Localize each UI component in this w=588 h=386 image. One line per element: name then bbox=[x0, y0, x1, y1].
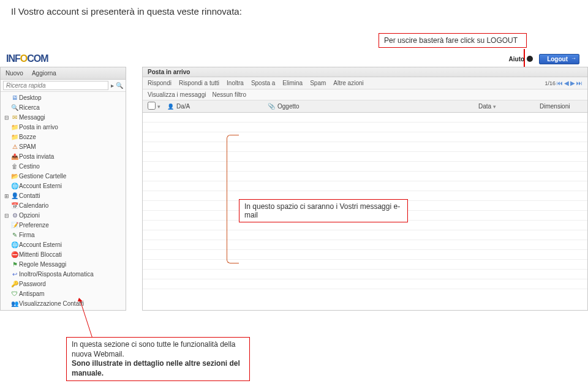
sidebar-item-calendar[interactable]: 📅Calendario bbox=[1, 201, 126, 211]
top-bar: INFOCOM Aiuto Logout bbox=[0, 51, 588, 67]
sidebar-item-drafts[interactable]: 📁Bozze bbox=[1, 132, 126, 142]
message-row[interactable] bbox=[143, 123, 587, 132]
message-row[interactable] bbox=[143, 279, 587, 289]
sidebar-item-password[interactable]: 🔑Password bbox=[1, 279, 126, 289]
sidebar-item-messages[interactable]: ⊟✉Messaggi bbox=[1, 113, 126, 123]
chevron-right-icon[interactable]: ▸ bbox=[108, 82, 116, 89]
view-messages-button[interactable]: Visualizza i messaggi bbox=[148, 91, 206, 98]
message-row[interactable] bbox=[143, 230, 587, 240]
reply-button[interactable]: Rispondi bbox=[148, 80, 172, 86]
filter-button[interactable]: Nessun filtro bbox=[212, 91, 246, 98]
message-row[interactable] bbox=[143, 172, 587, 181]
help-link[interactable]: Aiuto bbox=[509, 56, 533, 62]
sidebar-item-autoreply[interactable]: ↩Inoltro/Risposta Automatica bbox=[1, 270, 126, 279]
attachment-column-icon[interactable]: 📎 bbox=[265, 103, 277, 110]
logo: INFOCOM bbox=[6, 53, 48, 64]
from-column[interactable]: 👤Da/A bbox=[167, 103, 265, 110]
message-row[interactable] bbox=[143, 270, 587, 279]
column-headers: ▾ 👤Da/A 📎 Oggetto Data ▾ Dimensioni bbox=[143, 100, 587, 113]
move-button[interactable]: Sposta a bbox=[251, 80, 275, 86]
prev-page-icon[interactable]: ◀ bbox=[564, 80, 569, 86]
sidebar-item-signature[interactable]: ✎Firma bbox=[1, 230, 126, 240]
page-intro: Il Vostro account si presenterà in quest… bbox=[0, 0, 588, 20]
message-row[interactable] bbox=[143, 181, 587, 191]
message-pane: Posta in arrivo Rispondi Rispondi a tutt… bbox=[142, 67, 588, 311]
logout-button[interactable]: Logout bbox=[539, 54, 579, 64]
more-actions-button[interactable]: Altre azioni bbox=[333, 80, 363, 86]
flag-column-icon[interactable]: ▾ bbox=[157, 104, 167, 110]
folder-tree: 🖥Desktop 🔍Ricerca ⊟✉Messaggi 📁Posta in a… bbox=[1, 92, 126, 310]
message-row[interactable] bbox=[143, 260, 587, 270]
callout-logout: Per uscire basterà fare click su LOGOUT bbox=[379, 33, 527, 48]
select-all-checkbox[interactable] bbox=[148, 102, 156, 110]
last-page-icon[interactable]: ⏭ bbox=[576, 80, 582, 86]
message-row[interactable] bbox=[143, 240, 587, 250]
webmail-screenshot: INFOCOM Aiuto Logout Nuovo Aggiorna ▸ 🔍 … bbox=[0, 51, 588, 311]
sidebar-item-inbox[interactable]: 📁Posta in arrivo bbox=[1, 123, 126, 132]
sidebar-item-folders[interactable]: 📂Gestione Cartelle bbox=[1, 172, 126, 181]
message-row[interactable] bbox=[143, 142, 587, 152]
pager: 1/16 ⏮ ◀ ▶ ⏭ bbox=[545, 80, 582, 86]
sidebar-item-desktop[interactable]: 🖥Desktop bbox=[1, 93, 126, 103]
brace-annotation bbox=[227, 135, 239, 263]
sidebar-item-search[interactable]: 🔍Ricerca bbox=[1, 103, 126, 113]
sidebar-item-rules[interactable]: ⚑Regole Messaggi bbox=[1, 260, 126, 270]
subject-column[interactable]: Oggetto bbox=[277, 103, 478, 110]
message-row[interactable] bbox=[143, 250, 587, 260]
new-button[interactable]: Nuovo bbox=[6, 70, 23, 77]
first-page-icon[interactable]: ⏮ bbox=[557, 80, 563, 86]
spam-button[interactable]: Spam bbox=[310, 80, 326, 86]
message-row[interactable] bbox=[143, 132, 587, 142]
sidebar-item-blocked[interactable]: ⛔Mittenti Bloccati bbox=[1, 250, 126, 260]
sidebar-item-antispam[interactable]: 🛡Antispam bbox=[1, 289, 126, 299]
sidebar-item-prefs[interactable]: 📝Preferenze bbox=[1, 221, 126, 230]
next-page-icon[interactable]: ▶ bbox=[570, 80, 575, 86]
date-column[interactable]: Data ▾ bbox=[478, 103, 540, 110]
forward-button[interactable]: Inoltra bbox=[227, 80, 244, 86]
sidebar-item-trash[interactable]: 🗑Cestino bbox=[1, 162, 126, 172]
message-toolbar: Rispondi Rispondi a tutti Inoltra Sposta… bbox=[143, 77, 587, 89]
sidebar-item-spam[interactable]: ⚠SPAM bbox=[1, 142, 126, 152]
message-row[interactable] bbox=[143, 162, 587, 172]
message-row[interactable] bbox=[143, 152, 587, 162]
refresh-button[interactable]: Aggiorna bbox=[32, 70, 56, 77]
callout-messages: In questo spazio ci saranno i Vostri mes… bbox=[239, 199, 408, 222]
sidebar: Nuovo Aggiorna ▸ 🔍 🖥Desktop 🔍Ricerca ⊟✉M… bbox=[0, 67, 126, 311]
inbox-title: Posta in arrivo bbox=[143, 67, 587, 77]
sidebar-item-external2[interactable]: 🌐Account Esterni bbox=[1, 240, 126, 250]
gear-icon bbox=[527, 56, 533, 62]
sidebar-item-sent[interactable]: 📤Posta inviata bbox=[1, 152, 126, 162]
reply-all-button[interactable]: Rispondi a tutti bbox=[179, 80, 219, 86]
search-icon[interactable]: 🔍 bbox=[116, 82, 123, 89]
delete-button[interactable]: Elimina bbox=[282, 80, 303, 86]
search-input[interactable] bbox=[3, 81, 108, 90]
size-column[interactable]: Dimensioni bbox=[540, 103, 582, 110]
sidebar-item-contacts[interactable]: ⊞👤Contatti bbox=[1, 191, 126, 201]
sidebar-item-external[interactable]: 🌐Account Esterni bbox=[1, 181, 126, 191]
sidebar-item-options[interactable]: ⊟⚙Opzioni bbox=[1, 211, 126, 221]
sidebar-item-contact-view[interactable]: 👥Visualizzazione Contatti bbox=[1, 299, 126, 309]
message-row[interactable] bbox=[143, 113, 587, 123]
